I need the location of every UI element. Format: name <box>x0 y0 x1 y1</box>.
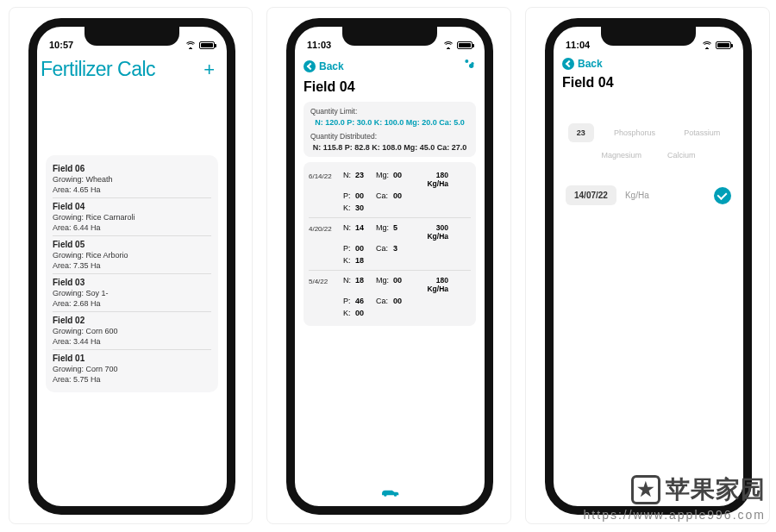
field-area: Area: 2.68 Ha <box>53 299 211 308</box>
vehicle-icon[interactable] <box>380 485 399 501</box>
page-title: Field 04 <box>562 72 735 97</box>
dist-label: Quantity Distributed: <box>310 132 469 141</box>
list-item[interactable]: Field 04 Growing: Rice Carnaroli Area: 6… <box>53 198 211 236</box>
field-name: Field 05 <box>53 240 211 249</box>
svg-point-2 <box>471 62 473 65</box>
screenshot-card-3: 11:04 Back Field 04 23 Phosphorus Potass… <box>525 7 770 524</box>
phone-frame: 10:57 Fertilizer Calc + Field 06 Growing… <box>28 18 235 515</box>
field-area: Area: 7.35 Ha <box>53 261 211 270</box>
notch <box>84 25 179 46</box>
watermark-text: 苹果家园 <box>666 473 766 506</box>
dist-value: N: 115.8 P: 82.8 K: 108.0 Mg: 45.0 Ca: 2… <box>310 143 469 152</box>
wifi-icon <box>702 41 712 49</box>
back-icon <box>562 58 574 70</box>
date-input[interactable]: 14/07/22 <box>566 185 616 205</box>
battery-icon <box>716 41 731 49</box>
filter-icon[interactable] <box>462 58 476 74</box>
screen-content: Fertilizer Calc + Field 06 Growing: Whea… <box>37 56 227 506</box>
nutrient-phosphorus-input[interactable]: Phosphorus <box>605 123 664 142</box>
watermark: ★ 苹果家园 https://www.apple996.com <box>584 473 766 522</box>
clock: 11:03 <box>307 40 331 50</box>
battery-icon <box>199 41 215 49</box>
screen-content: Back Field 04 Quantity Limit: N: 120.0 P… <box>295 56 485 506</box>
phone-frame: 11:03 Back Field 04 Quantity Limit: N: 1… <box>286 18 493 515</box>
nutrient-calcium-input[interactable]: Calcium <box>667 151 696 160</box>
field-crop: Growing: Wheath <box>53 175 211 184</box>
limit-value: N: 120.0 P: 30.0 K: 100.0 Mg: 20.0 Ca: 5… <box>310 118 469 127</box>
list-item[interactable]: Field 01 Growing: Corn 700 Area: 5.75 Ha <box>53 350 211 387</box>
back-button[interactable]: Back <box>562 58 603 70</box>
notch <box>601 25 696 46</box>
back-button[interactable]: Back <box>304 60 344 72</box>
field-area: Area: 3.44 Ha <box>53 337 211 346</box>
list-item[interactable]: Field 05 Growing: Rice Arborio Area: 7.3… <box>53 236 211 274</box>
battery-icon <box>457 41 472 49</box>
notch <box>342 25 437 46</box>
quantity-limit-panel: Quantity Limit: N: 120.0 P: 30.0 K: 100.… <box>304 102 476 157</box>
field-name: Field 04 <box>53 202 211 211</box>
screenshot-card-1: 10:57 Fertilizer Calc + Field 06 Growing… <box>9 7 253 524</box>
list-item[interactable]: Field 03 Growing: Soy 1- Area: 2.68 Ha <box>53 274 211 312</box>
entry-rate: 180 Kg/Ha <box>414 171 448 188</box>
field-list[interactable]: Field 06 Growing: Wheath Area: 4.65 Ha F… <box>46 155 218 392</box>
field-crop: Growing: Soy 1- <box>53 289 211 297</box>
clock: 11:04 <box>566 40 590 50</box>
nutrient-potassium-input[interactable]: Potassium <box>675 123 729 142</box>
field-name: Field 01 <box>53 354 211 363</box>
field-area: Area: 6.44 Ha <box>53 223 211 232</box>
app-title: Fertilizer Calc <box>41 58 155 81</box>
entry-rate: 300 Kg/Ha <box>414 223 448 241</box>
entry-row[interactable]: 5/4/22 N:18 Mg:00 180 Kg/Ha P:46 Ca:00 K… <box>309 271 471 322</box>
back-label: Back <box>578 58 603 70</box>
field-name: Field 06 <box>53 164 211 173</box>
watermark-url: https://www.apple996.com <box>584 508 766 522</box>
field-crop: Growing: Corn 700 <box>53 365 211 373</box>
field-crop: Growing: Rice Arborio <box>53 251 211 260</box>
wifi-icon <box>443 41 454 49</box>
field-area: Area: 4.65 Ha <box>53 185 211 194</box>
clock: 10:57 <box>49 40 73 50</box>
field-crop: Growing: Rice Carnaroli <box>53 213 211 222</box>
entry-row[interactable]: 4/20/22 N:14 Mg:5 300 Kg/Ha P:00 Ca:3 K:… <box>309 218 471 271</box>
confirm-button[interactable] <box>714 187 731 204</box>
entry-date: 6/14/22 <box>309 171 340 212</box>
entry-date: 4/20/22 <box>309 223 340 265</box>
nutrient-nitrogen-input[interactable]: 23 <box>568 123 594 142</box>
page-title: Field 04 <box>304 76 476 102</box>
svg-point-0 <box>465 59 468 63</box>
field-name: Field 03 <box>53 278 211 287</box>
wifi-icon <box>185 41 196 49</box>
nutrient-magnesium-input[interactable]: Magnesium <box>601 151 641 160</box>
entries-list: 6/14/22 N:23 Mg:00 180 Kg/Ha P:00 Ca:00 … <box>304 162 476 326</box>
field-crop: Growing: Corn 600 <box>53 327 211 335</box>
back-label: Back <box>319 60 344 72</box>
screen-content: Back Field 04 23 Phosphorus Potassium Ma… <box>554 56 743 506</box>
list-item[interactable]: Field 06 Growing: Wheath Area: 4.65 Ha <box>53 160 211 198</box>
back-icon <box>304 60 316 72</box>
field-area: Area: 5.75 Ha <box>53 375 211 384</box>
entry-rate: 180 Kg/Ha <box>414 276 448 293</box>
limit-label: Quantity Limit: <box>310 107 469 116</box>
entry-date: 5/4/22 <box>309 276 340 317</box>
list-item[interactable]: Field 02 Growing: Corn 600 Area: 3.44 Ha <box>53 312 211 350</box>
screenshot-card-2: 11:03 Back Field 04 Quantity Limit: N: 1… <box>266 7 511 524</box>
phone-frame: 11:04 Back Field 04 23 Phosphorus Potass… <box>545 18 752 515</box>
star-icon: ★ <box>631 475 660 504</box>
field-name: Field 02 <box>53 316 211 325</box>
add-button[interactable]: + <box>203 59 216 81</box>
unit-input[interactable]: Kg/Ha <box>625 191 649 200</box>
entry-row[interactable]: 6/14/22 N:23 Mg:00 180 Kg/Ha P:00 Ca:00 … <box>309 166 471 218</box>
